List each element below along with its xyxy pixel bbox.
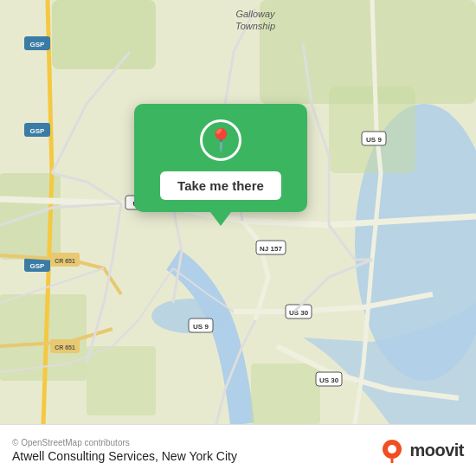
svg-text:Galloway: Galloway — [235, 9, 276, 19]
moovit-logo: moovit — [380, 439, 464, 463]
svg-text:GSP: GSP — [30, 127, 46, 135]
popup-card: 📍 Take me there — [134, 104, 307, 212]
svg-text:US 30: US 30 — [289, 309, 309, 317]
moovit-pin-icon — [380, 439, 404, 463]
svg-text:CR 651: CR 651 — [55, 344, 75, 351]
svg-text:Township: Township — [235, 21, 275, 31]
location-pin-icon: 📍 — [207, 129, 235, 151]
map-container: GSP GSP GSP US NJ 157 US 9 US 9 US 30 US… — [0, 0, 476, 424]
map-attribution: © OpenStreetMap contributors — [12, 438, 237, 447]
svg-rect-5 — [329, 87, 415, 173]
svg-text:NJ 157: NJ 157 — [260, 245, 282, 253]
bottom-bar: © OpenStreetMap contributors Atwell Cons… — [0, 424, 476, 476]
svg-rect-9 — [251, 363, 320, 424]
take-me-there-button[interactable]: Take me there — [160, 171, 281, 200]
svg-text:US 9: US 9 — [193, 323, 209, 331]
svg-point-35 — [388, 445, 396, 453]
svg-text:GSP: GSP — [30, 262, 46, 270]
svg-text:CR 651: CR 651 — [55, 258, 75, 264]
svg-text:US 9: US 9 — [366, 136, 382, 144]
place-name: Atwell Consulting Services, New York Cit… — [12, 449, 237, 463]
location-icon-wrapper: 📍 — [200, 119, 241, 161]
location-info: © OpenStreetMap contributors Atwell Cons… — [12, 438, 237, 463]
svg-rect-3 — [52, 0, 156, 69]
moovit-brand-text: moovit — [409, 441, 464, 460]
svg-text:US 30: US 30 — [319, 376, 339, 384]
svg-text:GSP: GSP — [30, 41, 46, 48]
svg-rect-8 — [87, 346, 156, 415]
